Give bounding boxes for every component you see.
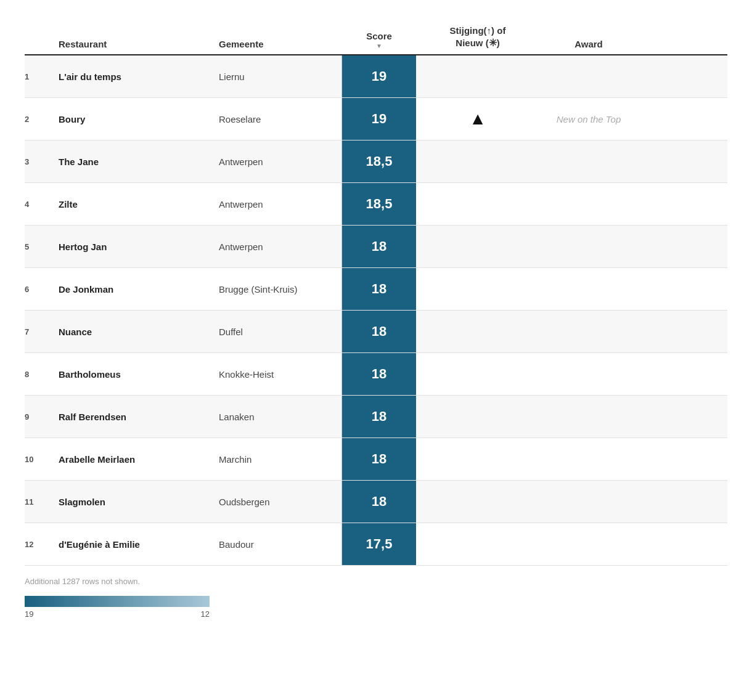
table-row: 4ZilteAntwerpen18,5 xyxy=(25,183,727,226)
legend: 19 12 xyxy=(25,596,727,619)
cell-restaurant: Ralf Berendsen xyxy=(59,411,219,423)
cell-score: 19 xyxy=(342,98,416,140)
cell-award: New on the Top xyxy=(539,113,638,126)
cell-score: 19 xyxy=(342,55,416,97)
cell-score: 18,5 xyxy=(342,140,416,182)
cell-rank: 1 xyxy=(25,72,59,81)
table-body: 1L'air du tempsLiernu192BouryRoeselare19… xyxy=(25,55,727,566)
table-row: 1L'air du tempsLiernu19 xyxy=(25,55,727,98)
cell-score: 18 xyxy=(342,396,416,437)
cell-gemeente: Brugge (Sint-Kruis) xyxy=(219,268,342,310)
cell-score: 18 xyxy=(342,353,416,395)
table-row: 8BartholomeusKnokke-Heist18 xyxy=(25,353,727,396)
cell-score: 18 xyxy=(342,311,416,352)
cell-restaurant: Zilte xyxy=(59,198,219,211)
cell-rank: 8 xyxy=(25,370,59,379)
cell-stijging: ▲ xyxy=(416,109,539,129)
cell-score: 18 xyxy=(342,226,416,267)
cell-restaurant: Hertog Jan xyxy=(59,241,219,253)
cell-gemeente: Duffel xyxy=(219,311,342,352)
score-sort-arrow[interactable]: ▼ xyxy=(376,43,382,49)
cell-restaurant: L'air du temps xyxy=(59,71,219,83)
table-row: 2BouryRoeselare19▲New on the Top xyxy=(25,98,727,140)
main-table: Restaurant Gemeente Score ▼ Stijging(↑) … xyxy=(25,25,727,619)
cell-restaurant: The Jane xyxy=(59,156,219,168)
cell-restaurant: Slagmolen xyxy=(59,496,219,508)
cell-gemeente: Oudsbergen xyxy=(219,481,342,523)
cell-rank: 2 xyxy=(25,115,59,124)
additional-rows-note: Additional 1287 rows not shown. xyxy=(25,577,727,586)
table-row: 11SlagmolenOudsbergen18 xyxy=(25,481,727,523)
cell-restaurant: Boury xyxy=(59,113,219,126)
cell-score: 17,5 xyxy=(342,523,416,565)
cell-rank: 9 xyxy=(25,412,59,421)
table-row: 6De JonkmanBrugge (Sint-Kruis)18 xyxy=(25,268,727,311)
cell-gemeente: Lanaken xyxy=(219,396,342,437)
cell-rank: 6 xyxy=(25,285,59,294)
cell-score: 18 xyxy=(342,481,416,523)
legend-min: 19 xyxy=(25,609,33,619)
col-score-header: Score ▼ xyxy=(342,31,416,49)
table-row: 12d'Eugénie à EmilieBaudour17,5 xyxy=(25,523,727,566)
cell-rank: 5 xyxy=(25,242,59,251)
table-row: 9Ralf BerendsenLanaken18 xyxy=(25,396,727,438)
legend-gradient xyxy=(25,596,210,607)
cell-score: 18 xyxy=(342,438,416,480)
table-row: 7NuanceDuffel18 xyxy=(25,311,727,353)
cell-gemeente: Liernu xyxy=(219,55,342,97)
cell-restaurant: d'Eugénie à Emilie xyxy=(59,539,219,551)
col-stijging-header: Stijging(↑) ofNieuw (✳) xyxy=(416,25,539,49)
cell-gemeente: Roeselare xyxy=(219,98,342,140)
cell-restaurant: Nuance xyxy=(59,326,219,338)
table-row: 5Hertog JanAntwerpen18 xyxy=(25,226,727,268)
col-award-header: Award xyxy=(539,39,638,49)
cell-restaurant: De Jonkman xyxy=(59,283,219,296)
cell-gemeente: Knokke-Heist xyxy=(219,353,342,395)
cell-rank: 12 xyxy=(25,540,59,549)
table-header: Restaurant Gemeente Score ▼ Stijging(↑) … xyxy=(25,25,727,55)
col-gemeente-header: Gemeente xyxy=(219,39,342,49)
cell-rank: 11 xyxy=(25,497,59,507)
cell-score: 18 xyxy=(342,268,416,310)
cell-restaurant: Bartholomeus xyxy=(59,368,219,381)
legend-labels: 19 12 xyxy=(25,609,210,619)
cell-gemeente: Antwerpen xyxy=(219,140,342,182)
cell-gemeente: Antwerpen xyxy=(219,183,342,225)
cell-score: 18,5 xyxy=(342,183,416,225)
col-restaurant-header: Restaurant xyxy=(59,39,219,49)
legend-max: 12 xyxy=(201,609,210,619)
table-row: 10Arabelle MeirlaenMarchin18 xyxy=(25,438,727,481)
cell-gemeente: Antwerpen xyxy=(219,226,342,267)
cell-gemeente: Baudour xyxy=(219,523,342,565)
cell-rank: 4 xyxy=(25,200,59,209)
cell-gemeente: Marchin xyxy=(219,438,342,480)
cell-rank: 10 xyxy=(25,455,59,464)
cell-restaurant: Arabelle Meirlaen xyxy=(59,454,219,466)
cell-rank: 7 xyxy=(25,327,59,336)
table-row: 3The JaneAntwerpen18,5 xyxy=(25,140,727,183)
cell-rank: 3 xyxy=(25,157,59,166)
